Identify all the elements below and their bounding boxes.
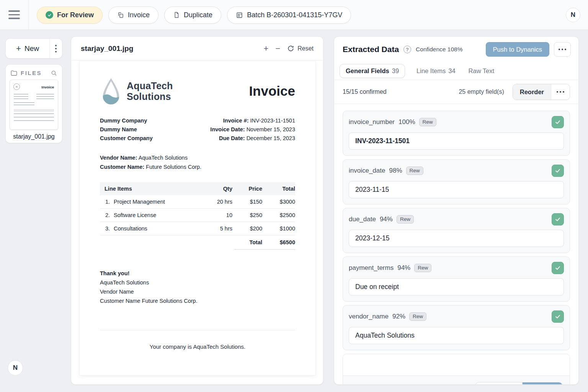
confirm-all-button[interactable]: Confirm All [475, 382, 523, 385]
field-card-due-date: due_date 94% Rew 2023-12-15 [343, 208, 570, 253]
avatar-initial: N [571, 11, 575, 19]
from-line: Customer Company [100, 134, 210, 143]
avatar-initial: N [13, 364, 18, 372]
tab-general-fields[interactable]: General Fields39 [340, 64, 405, 78]
push-to-dynamics-button[interactable]: Push to Dynanics [486, 42, 549, 57]
user-avatar[interactable]: N [566, 8, 580, 22]
confirm-button[interactable]: Confirm [523, 382, 562, 385]
bottom-user-avatar[interactable]: N [8, 360, 23, 376]
invoice-type-button[interactable]: Invoice [108, 7, 158, 24]
thumb-text-lines [14, 94, 28, 100]
document-info-row: Dummy Company Dummy Name Customer Compan… [100, 116, 295, 143]
tab-line-items[interactable]: Line Items34 [415, 64, 457, 78]
field-name: invoice_number [349, 118, 395, 126]
water-drop-logo-icon [100, 77, 122, 106]
field-header: vendor_name 92% Rew [349, 310, 564, 323]
copy-icon [117, 11, 124, 18]
field-value-input[interactable]: INV-2023-11-1501 [349, 132, 564, 150]
hamburger-menu-icon[interactable] [8, 10, 20, 19]
reset-label: Reset [297, 45, 314, 52]
empty-field-area[interactable] [343, 354, 570, 376]
zoom-in-button[interactable]: + [263, 44, 268, 53]
field-name: vendor_name [349, 313, 389, 320]
rew-badge[interactable]: Rew [419, 118, 436, 126]
field-header: payment_terms 94% Rew [349, 262, 564, 274]
rew-badge[interactable]: Rew [409, 312, 426, 321]
panel-tabs: General Fields39 Line Items34 Raw Text [334, 62, 578, 80]
kebab-icon [55, 45, 57, 52]
footer-line: Thank you! [100, 269, 295, 278]
rew-badge[interactable]: Rew [406, 167, 423, 175]
new-button[interactable]: + New [6, 39, 50, 58]
viewer-controls: + − Reset [263, 44, 314, 53]
files-panel: FILES ✕ Invoice starjay_001.jpg [5, 64, 62, 143]
confirm-field-button[interactable] [552, 262, 564, 274]
viewer-header: starjay_001.jpg + − Reset [71, 37, 323, 60]
thumb-logo-icon: ✕ [13, 83, 20, 90]
footer-line: AquaTech Solutions [100, 278, 295, 287]
panel-more-button[interactable] [554, 42, 571, 57]
from-line: Dummy Name [100, 125, 210, 134]
confirm-card: Confirm All Confirm [343, 354, 570, 385]
search-icon[interactable] [51, 70, 57, 77]
field-name: payment_terms [349, 264, 394, 272]
rew-badge[interactable]: Rew [414, 264, 431, 272]
confirm-button-group: Confirm All Confirm [475, 382, 563, 385]
confirm-field-button[interactable] [552, 213, 564, 225]
footer-line: Customer Name Future Solutions Corp. [100, 296, 295, 305]
thumb-table-header [14, 109, 54, 112]
field-card-invoice-date: invoice_date 98% Rew 2023-11-15 [343, 159, 570, 204]
confirm-footer: Confirm All Confirm [343, 376, 570, 385]
ellipsis-icon [557, 91, 564, 93]
table-header-row: Line Items Qty Price Total [100, 182, 295, 195]
bill-from-block: Dummy Company Dummy Name Customer Compan… [100, 116, 210, 143]
field-confidence: 92% [392, 313, 405, 320]
document-divider [100, 330, 295, 330]
duplicate-label: Duplicate [184, 11, 212, 19]
confirm-field-button[interactable] [552, 116, 564, 128]
reorder-more-button[interactable] [551, 84, 570, 100]
table-total-row: Total $6500 [100, 235, 295, 250]
confirm-field-button[interactable] [552, 165, 564, 177]
field-value-input[interactable]: 2023-12-15 [349, 230, 564, 247]
rew-badge[interactable]: Rew [397, 215, 414, 224]
help-icon[interactable]: ? [403, 46, 411, 53]
new-file-card: + New [5, 38, 62, 59]
reset-button[interactable]: Reset [287, 45, 314, 52]
viewer-file-title: starjay_001.jpg [81, 44, 263, 53]
document-bottom-note: Your company is AquaTech Solutions. [100, 343, 295, 350]
table-row: 3. Consultations 5 hrs $200 $1000 [100, 222, 295, 235]
field-value-input[interactable]: AquaTech Solutions [349, 327, 564, 344]
field-confidence: 94% [397, 264, 410, 272]
files-title: FILES [21, 70, 47, 76]
meta-line: Invoice Date: November 15, 2023 [210, 125, 295, 134]
table-row: 2. Software License 10 $250 $2500 [100, 209, 295, 222]
thumb-text-lines [36, 94, 54, 100]
batch-button[interactable]: Batch B-260301-041315-Y7GV [227, 7, 351, 24]
field-value-input[interactable]: 2023-11-15 [349, 181, 564, 198]
new-options-kebab-button[interactable] [50, 39, 62, 58]
invoice-type-label: Invoice [128, 11, 150, 19]
field-card-invoice-number: invoice_number 100% Rew INV-2023-11-1501 [343, 111, 570, 156]
table-row: 1. Project Management 20 hrs $150 $3000 [100, 195, 295, 209]
field-card-payment-terms: payment_terms 94% Rew Due on receipt [343, 256, 570, 302]
confirm-field-button[interactable] [552, 310, 564, 323]
reorder-button[interactable]: Reorder [513, 84, 551, 100]
document-footer: Thank you! AquaTech Solutions Vendor Nam… [100, 269, 295, 305]
field-name: due_date [349, 216, 376, 223]
confirmed-count-label: 15/15 confirmed [343, 88, 453, 95]
line-items-table: Line Items Qty Price Total 1. Project Ma… [100, 182, 295, 250]
duplicate-button[interactable]: Duplicate [164, 7, 221, 24]
field-name: invoice_date [349, 167, 385, 175]
thumb-invoice-title: Invoice [41, 85, 54, 89]
invoice-document-page[interactable]: AquaTech Solutions Invoice Dummy Company… [80, 61, 315, 375]
field-value-input[interactable]: Due on receipt [349, 278, 564, 296]
from-line: Dummy Company [100, 116, 210, 125]
zoom-out-button[interactable]: − [275, 44, 280, 53]
status-badge-for-review[interactable]: For Review [37, 7, 103, 24]
panel-title: Extracted Data [343, 45, 399, 54]
tab-raw-text[interactable]: Raw Text [467, 64, 499, 78]
meta-line: Invoice #: INV-2023-11-1501 [210, 116, 295, 125]
field-card-vendor-name: vendor_name 92% Rew AquaTech Solutions [343, 305, 570, 350]
file-thumbnail[interactable]: ✕ Invoice [10, 80, 58, 130]
